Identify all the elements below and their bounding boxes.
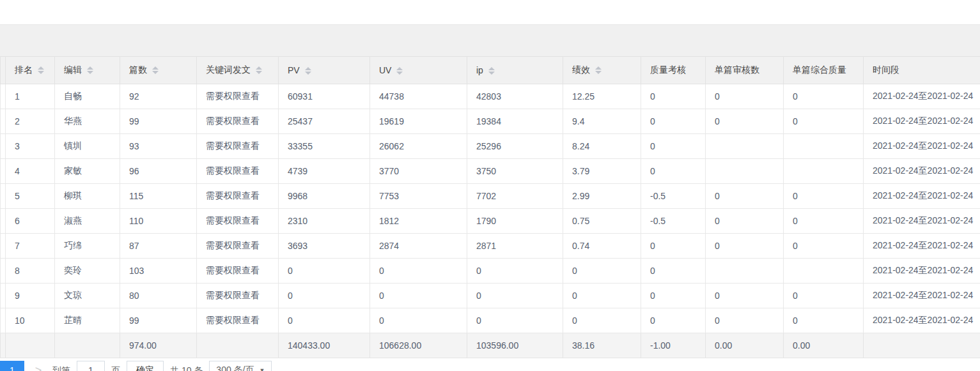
cell-ip: 3750	[467, 159, 563, 184]
total-rank	[6, 333, 55, 358]
sort-icon[interactable]	[256, 66, 262, 74]
cell-ip: 0	[467, 259, 563, 284]
spacer-header-cell	[1, 57, 6, 84]
cell-reviews: 0	[706, 234, 784, 259]
column-header-quality: 质量考核	[641, 57, 706, 84]
column-label: 排名	[15, 64, 33, 75]
cell-comp[interactable]: 0	[784, 184, 864, 209]
cell-editor: 巧绵	[55, 234, 120, 259]
table-row: 6淑燕110需要权限查看2310181217900.75-0.5002021-0…	[1, 209, 980, 234]
cell-period: 2021-02-24至2021-02-24	[864, 259, 980, 284]
column-label: 编辑	[64, 64, 82, 75]
column-header-editor[interactable]: 编辑	[55, 57, 120, 84]
cell-pv: 0	[279, 308, 370, 333]
total-period	[864, 333, 980, 358]
total-count-label: 共 10 条	[170, 361, 203, 371]
cell-keyword: 需要权限查看	[197, 184, 279, 209]
column-label: 质量考核	[650, 64, 686, 75]
sort-icon[interactable]	[38, 66, 44, 74]
sort-icon[interactable]	[152, 66, 159, 74]
page-button-1[interactable]: 1	[0, 361, 24, 371]
cell-uv: 3770	[370, 159, 467, 184]
cell-quality: 0	[641, 284, 706, 308]
cell-rank: 3	[6, 134, 55, 159]
sort-icon[interactable]	[595, 66, 602, 74]
cell-editor: 镇圳	[55, 134, 120, 159]
cell-period: 2021-02-24至2021-02-24	[864, 209, 980, 234]
column-header-pv[interactable]: PV	[279, 57, 370, 84]
cell-comp[interactable]: 0	[784, 234, 864, 259]
sort-icon[interactable]	[305, 67, 311, 75]
page-size-select[interactable]: 300 条/页 ▼	[209, 361, 272, 371]
cell-keyword: 需要权限查看	[197, 209, 279, 234]
cell-comp[interactable]: 0	[784, 284, 864, 308]
column-header-reviews: 单篇审核数	[706, 57, 784, 84]
cell-pv: 25437	[279, 109, 370, 134]
cell-reviews: 0	[706, 184, 784, 209]
cell-rank: 10	[6, 308, 55, 333]
cell-keyword: 需要权限查看	[197, 259, 279, 284]
cell-rank: 5	[6, 184, 55, 209]
column-header-uv[interactable]: UV	[370, 57, 467, 84]
cell-comp[interactable]: 0	[784, 308, 864, 333]
cell-period: 2021-02-24至2021-02-24	[864, 159, 980, 184]
cell-rank: 9	[6, 284, 55, 308]
cell-reviews: 0	[706, 308, 784, 333]
table-row: 9文琼80需要权限查看00000002021-02-24至2021-02-24	[1, 284, 980, 308]
cell-pv: 33355	[279, 134, 370, 159]
cell-comp[interactable]: 0	[784, 84, 864, 109]
cell-perf: 0	[563, 308, 641, 333]
cell-ip: 0	[467, 284, 563, 308]
column-header-rank[interactable]: 排名	[6, 57, 55, 84]
cell-reviews: 0	[706, 84, 784, 109]
header-row: 排名编辑篇数关键词发文PVUVip绩效质量考核单篇审核数单篇综合质量时间段	[1, 57, 980, 84]
cell-perf: 0.74	[563, 234, 641, 259]
page-jump-input[interactable]	[77, 361, 105, 371]
cell-comp[interactable]: 0	[784, 209, 864, 234]
sort-icon[interactable]	[488, 67, 495, 75]
cell-reviews	[706, 134, 784, 159]
spacer-cell	[1, 84, 6, 109]
spacer-cell	[1, 284, 6, 308]
column-header-ip[interactable]: ip	[467, 57, 563, 84]
sort-icon[interactable]	[87, 66, 93, 74]
cell-quality: 0	[641, 159, 706, 184]
table-row: 3镇圳93需要权限查看3335526062252968.2402021-02-2…	[1, 134, 980, 159]
spacer-cell	[1, 234, 6, 259]
cell-pv: 0	[279, 259, 370, 284]
confirm-button[interactable]: 确定	[127, 361, 164, 371]
cell-reviews	[706, 259, 784, 284]
table-footer: 974.00140433.00106628.00103596.0038.16-1…	[1, 333, 980, 358]
cell-pv: 60931	[279, 84, 370, 109]
total-editor	[55, 333, 120, 358]
cell-reviews: 0	[706, 109, 784, 134]
cell-keyword: 需要权限查看	[197, 284, 279, 308]
sort-icon[interactable]	[396, 67, 403, 75]
cell-quality: 0	[641, 259, 706, 284]
spacer-cell	[1, 109, 6, 134]
column-header-period: 时间段	[864, 57, 980, 84]
spacer-cell	[1, 159, 6, 184]
column-header-perf[interactable]: 绩效	[563, 57, 641, 84]
cell-comp	[784, 159, 864, 184]
next-page-icon[interactable]: >	[31, 361, 46, 371]
cell-uv: 26062	[370, 134, 467, 159]
jump-suffix-label: 页	[111, 361, 120, 371]
column-header-articles[interactable]: 篇数	[120, 57, 197, 84]
cell-reviews: 0	[706, 209, 784, 234]
cell-comp	[784, 134, 864, 159]
cell-keyword: 需要权限查看	[197, 234, 279, 259]
column-label: 绩效	[572, 64, 590, 75]
cell-keyword: 需要权限查看	[197, 134, 279, 159]
table-row: 4家敏96需要权限查看4739377037503.7902021-02-24至2…	[1, 159, 980, 184]
cell-pv: 2310	[279, 209, 370, 234]
chevron-down-icon: ▼	[260, 367, 265, 371]
cell-pv: 4739	[279, 159, 370, 184]
column-header-keyword[interactable]: 关键词发文	[197, 57, 279, 84]
cell-period: 2021-02-24至2021-02-24	[864, 234, 980, 259]
spacer-cell	[1, 333, 6, 358]
top-white-strip	[0, 0, 980, 24]
cell-comp[interactable]: 0	[784, 109, 864, 134]
table-header: 排名编辑篇数关键词发文PVUVip绩效质量考核单篇审核数单篇综合质量时间段	[1, 57, 980, 84]
cell-ip: 2871	[467, 234, 563, 259]
